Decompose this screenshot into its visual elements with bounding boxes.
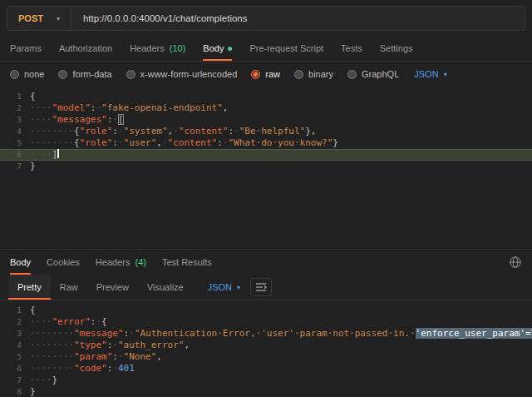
code-token: "content": [168, 137, 218, 148]
code-token: ····: [30, 114, 52, 125]
code-text: {: [30, 91, 532, 102]
url-row: POST ▾ http://0.0.0.0:4000/v1/chat/compl…: [7, 6, 525, 31]
code-token: "role": [80, 137, 113, 148]
code-text: ····"error":·{: [30, 316, 532, 328]
line-number: 6: [0, 363, 30, 375]
code-token: :: [112, 351, 118, 362]
view-raw[interactable]: Raw: [51, 275, 87, 300]
line-number: 7: [0, 161, 30, 172]
code-token: "role": [80, 126, 113, 136]
code-line[interactable]: 3········"message":·"Authentication·Erro…: [0, 328, 532, 340]
code-token: ·: [173, 126, 179, 136]
code-token: "auth_error": [118, 340, 184, 350]
code-line[interactable]: 7}: [0, 161, 532, 172]
code-token: ·: [118, 126, 124, 136]
code-line[interactable]: 5········{"role":·"user",·"content":·"Wh…: [0, 137, 532, 149]
globe-icon[interactable]: [509, 256, 522, 269]
code-token: ········: [30, 328, 74, 339]
code-line[interactable]: 1{: [0, 91, 532, 102]
body-mode-label: form-data: [72, 69, 111, 79]
code-text: ········{"role":·"system",·"content":·"B…: [30, 126, 532, 137]
tab-test-results[interactable]: Test Results: [162, 250, 212, 275]
tab-body[interactable]: Body: [203, 36, 232, 61]
code-token: ········: [30, 126, 74, 136]
code-token: "code": [74, 363, 107, 374]
code-line[interactable]: 3····"messages":·[: [0, 114, 532, 126]
code-line[interactable]: 6········"code":·401: [0, 363, 532, 375]
radio-icon: [126, 70, 135, 79]
body-mode-label: raw: [265, 69, 280, 79]
tab-params[interactable]: Params: [10, 36, 42, 61]
code-token: ········: [30, 340, 74, 350]
response-body-editor[interactable]: 1{2····"error":·{3········"message":·"Au…: [0, 300, 532, 397]
tab-tests[interactable]: Tests: [341, 36, 362, 61]
tab-body[interactable]: Body: [10, 250, 31, 275]
code-token: ·: [112, 114, 118, 125]
code-line[interactable]: 7····}: [0, 375, 532, 386]
radio-icon: [294, 70, 303, 79]
green-dot-icon: [228, 47, 232, 51]
request-url-bar: POST ▾ http://0.0.0.0:4000/v1/chat/compl…: [0, 0, 532, 36]
view-visualize[interactable]: Visualize: [138, 275, 193, 300]
line-number: 1: [0, 305, 30, 316]
tab-headers[interactable]: Headers (10): [130, 36, 185, 61]
code-token: ,: [184, 340, 190, 350]
code-token: ,: [156, 351, 162, 362]
url-input[interactable]: http://0.0.0.0:4000/v1/chat/completions: [71, 7, 525, 30]
body-mode-graphql[interactable]: GraphQL: [347, 69, 399, 79]
body-mode-label: none: [24, 69, 44, 79]
tab-pre-request-script[interactable]: Pre-request Script: [249, 36, 323, 61]
request-language-dropdown[interactable]: JSON ▾: [414, 69, 446, 79]
code-text: }: [30, 386, 532, 397]
chevron-down-icon: ▾: [57, 15, 60, 22]
line-number: 7: [0, 375, 30, 386]
code-line[interactable]: 2····"error":·{: [0, 316, 532, 328]
code-text: ········"type":·"auth_error",: [30, 340, 532, 351]
body-mode-raw[interactable]: raw: [251, 69, 280, 79]
line-number: 2: [0, 102, 30, 114]
view-pretty[interactable]: Pretty: [8, 275, 51, 300]
line-number: 8: [0, 386, 30, 397]
view-preview[interactable]: Preview: [87, 275, 138, 300]
code-token: },: [305, 126, 316, 136]
beautify-icon[interactable]: [250, 278, 272, 296]
tab-authorization[interactable]: Authorization: [59, 36, 112, 61]
body-mode-none[interactable]: none: [10, 69, 44, 79]
line-number: 6: [0, 149, 30, 161]
code-text: ····]: [30, 149, 532, 161]
line-number: 3: [0, 328, 30, 340]
tab-headers[interactable]: Headers (4): [96, 250, 146, 275]
code-line[interactable]: 4········{"role":·"system",·"content":·"…: [0, 126, 532, 137]
tab-settings[interactable]: Settings: [380, 36, 413, 61]
code-line[interactable]: 5········"param":·"None",: [0, 351, 532, 363]
code-text: ····"model":·"fake-openai-endpoint",: [30, 102, 532, 114]
tab-cookies[interactable]: Cookies: [47, 250, 80, 275]
code-line[interactable]: 2····"model":·"fake-openai-endpoint",: [0, 102, 532, 114]
request-body-editor[interactable]: 1{2····"model":·"fake-openai-endpoint",3…: [0, 87, 532, 249]
body-mode-x-www-form-urlencoded[interactable]: x-www-form-urlencoded: [126, 69, 238, 79]
code-token: ·: [234, 126, 239, 136]
code-line[interactable]: 6····]: [0, 149, 532, 161]
code-text: ········"param":·"None",: [30, 351, 532, 363]
code-token: "content": [179, 126, 229, 136]
method-dropdown[interactable]: POST ▾: [7, 7, 71, 30]
code-text: }: [30, 161, 532, 172]
code-token: }: [52, 375, 58, 385]
body-mode-binary[interactable]: binary: [294, 69, 333, 79]
code-line[interactable]: 1{: [0, 305, 532, 316]
body-mode-form-data[interactable]: form-data: [58, 69, 111, 79]
code-token: ·: [118, 351, 124, 362]
line-number: 1: [0, 91, 30, 102]
radio-icon: [251, 70, 260, 79]
code-token: ····: [30, 375, 52, 385]
response-language-label: JSON: [208, 282, 232, 292]
code-line[interactable]: 4········"type":·"auth_error",: [0, 340, 532, 351]
code-line[interactable]: 8}: [0, 386, 532, 397]
code-token: "messages": [52, 114, 107, 125]
code-token: "fake-openai-endpoint": [101, 102, 223, 113]
response-language-dropdown[interactable]: JSON ▾: [208, 282, 240, 292]
method-label: POST: [18, 13, 43, 23]
code-token: "None": [124, 351, 157, 362]
code-token: "Authentication·Error,·'user'·param·not·…: [135, 328, 416, 339]
code-token: ········: [30, 363, 74, 374]
